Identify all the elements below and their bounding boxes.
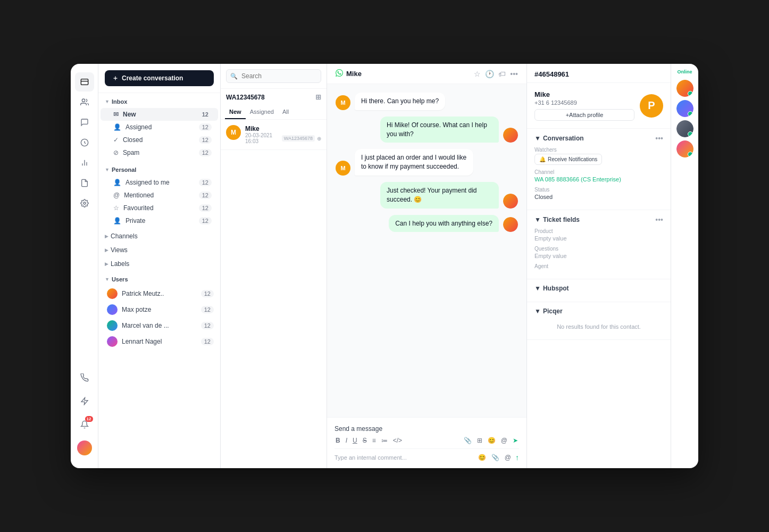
star-icon[interactable]: ☆ [474,70,481,78]
questions-value: Empty value [534,253,663,259]
users-header[interactable]: ▼ Users [98,273,220,286]
assigned-to-me-count: 12 [199,179,212,186]
whatsapp-icon [336,69,343,78]
code-btn[interactable]: </> [392,436,403,445]
labels-label: Labels [111,260,129,268]
sidebar-item-channels[interactable]: ▶ Channels [98,229,220,243]
svg-marker-7 [81,397,88,404]
chart-icon-btn[interactable] [75,153,94,172]
mention-icon[interactable]: @ [500,436,508,445]
conv-meta-1: 20-03-2021 16:03 WA12345678 ⊕ [245,132,321,144]
notifications-icon-btn[interactable]: 12 [75,415,94,434]
private-label: Private [126,217,145,225]
ticket-id: #46548961 [534,70,569,78]
hubspot-header: ▼ Hubspot [534,285,663,292]
phone-icon-btn[interactable] [75,133,94,152]
watchers-label: Watchers [534,147,663,153]
tab-assigned[interactable]: Assigned [246,105,278,119]
user-item-2[interactable]: Max potze 12 [98,302,220,318]
tab-all[interactable]: All [278,105,293,119]
attach-profile-button[interactable]: +Attach profile [534,109,634,121]
conversation-section: ▼ Conversation ••• Watchers 🔔 Receive No… [527,129,671,210]
sidebar-item-mentioned[interactable]: @ Mentioned 12 [101,189,218,202]
chevron-conversation-icon: ▼ [534,135,541,142]
underline-btn[interactable]: U [352,436,358,445]
conv-id-tag-1: WA12345678 [282,135,315,142]
tag-icon[interactable]: 🏷 [498,70,506,78]
conversation-list: 🔍 WA12345678 ⊞ New Assigned All M Mike 2… [221,64,327,468]
message-3: M I just placed an order and I would lik… [336,149,518,176]
personal-header[interactable]: ▼ Personal [98,163,220,176]
create-conversation-button[interactable]: Create conversation [105,70,214,86]
list-btn[interactable]: ≡ [371,436,377,445]
product-value: Empty value [534,235,663,242]
user-item-1[interactable]: Patrick Meutz.. 12 [98,286,220,302]
users-chevron-icon: ▼ [105,277,110,282]
sidebar-item-views[interactable]: ▶ Views [98,243,220,257]
more-icon[interactable]: ••• [510,70,518,78]
online-agent-4 [676,140,693,157]
sidebar-item-assigned-to-me[interactable]: 👤 Assigned to me 12 [101,176,218,189]
conversation-label: Conversation [543,135,584,142]
receive-notifications-button[interactable]: 🔔 Receive Notifications [534,154,602,165]
ticket-fields-more-icon[interactable]: ••• [655,215,663,224]
search-input[interactable] [226,69,321,83]
italic-btn[interactable]: I [345,436,348,445]
inbox-icon-btn[interactable] [75,72,94,92]
ticket-fields-label: Ticket fields [543,216,580,223]
user-avatar-btn[interactable] [75,438,94,458]
contacts-icon-btn[interactable] [75,93,94,112]
comment-send-btn[interactable]: ↑ [515,453,519,462]
svg-rect-0 [81,79,88,85]
msg-bubble-1: Hi there. Can you help me? [355,93,445,110]
msg-bubble-5: Can I help you with anything else? [389,215,499,232]
sidebar-item-spam[interactable]: ⊘ Spam 12 [101,146,218,159]
call-icon-btn[interactable] [75,368,94,387]
table-icon[interactable]: ⊞ [476,436,483,445]
inbox-section: ▼ Inbox ✉ New 12 👤 Assigned 12 ✓ Closed … [98,93,220,161]
mentioned-label: Mentioned [124,192,154,199]
internal-comment-placeholder[interactable]: Type an internal comment... [335,452,477,463]
lightning-icon-btn[interactable] [75,392,94,411]
comment-attachment-icon[interactable]: 📎 [490,453,500,462]
ordered-list-btn[interactable]: ≔ [380,436,389,445]
user-item-3[interactable]: Marcel van de ... 12 [98,318,220,334]
spam-label: Spam [123,149,139,156]
strikethrough-btn[interactable]: S [362,436,368,445]
search-icon: 🔍 [230,73,238,80]
conversation-item-1[interactable]: M Mike 20-03-2021 16:03 WA12345678 ⊕ [221,120,327,150]
sidebar-item-closed[interactable]: ✓ Closed 12 [101,134,218,146]
bold-btn[interactable]: B [335,436,341,445]
attachment-icon[interactable]: 📎 [463,436,473,445]
sidebar-item-assigned[interactable]: 👤 Assigned 12 [101,121,218,134]
contact-avatar-large: P [640,94,663,118]
sidebar-item-new[interactable]: ✉ New 12 [101,108,218,121]
emoji-icon[interactable]: 😊 [487,436,497,445]
conversation-section-title: ▼ Conversation [534,135,584,142]
sidebar-item-favourited[interactable]: ☆ Favourited 12 [101,202,218,214]
picqer-header: ▼ Picqer [534,307,663,315]
filter-icon[interactable]: ⊞ [315,93,321,101]
chat-contact-name: Mike [346,70,362,78]
doc-icon-btn[interactable] [75,173,94,193]
user-name-1: Patrick Meutz.. [122,290,164,297]
icon-bar: 12 [71,64,98,468]
history-icon[interactable]: 🕐 [485,70,494,78]
user-item-4[interactable]: Lennart Nagel 12 [98,334,220,350]
conversation-more-icon[interactable]: ••• [655,134,663,143]
comment-mention-icon[interactable]: @ [504,453,512,462]
inbox-chevron-icon: ▼ [105,99,110,104]
settings-icon-btn[interactable] [75,194,94,213]
new-icon: ✉ [113,111,119,118]
comment-emoji-icon[interactable]: 😊 [477,453,487,462]
send-icon[interactable]: ➤ [512,436,519,445]
chat-header: Mike ☆ 🕐 🏷 ••• [327,64,526,84]
chat-icon-btn[interactable] [75,113,94,132]
private-icon: 👤 [113,217,121,225]
tab-new[interactable]: New [225,105,246,119]
closed-icon: ✓ [113,136,119,144]
hubspot-label: Hubspot [543,285,569,292]
sidebar-item-private[interactable]: 👤 Private 12 [101,214,218,227]
sidebar-item-labels[interactable]: ▶ Labels [98,257,220,271]
inbox-header[interactable]: ▼ Inbox [98,95,220,108]
